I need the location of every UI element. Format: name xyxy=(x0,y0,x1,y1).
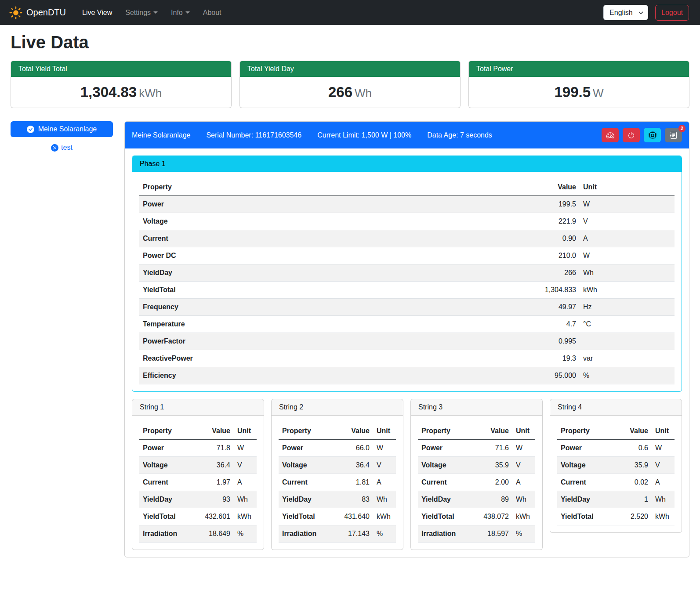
table-row: Current 0.90 A xyxy=(139,230,675,247)
power-button[interactable] xyxy=(623,128,640,142)
unit-cell: kWh xyxy=(373,508,396,525)
property-cell: YieldDay xyxy=(418,491,478,508)
nav-links: Live View Settings Info About xyxy=(76,5,228,20)
unit-cell: % xyxy=(373,525,396,543)
inverter-select-label: Meine Solaranlage xyxy=(38,125,97,133)
unit-cell: W xyxy=(234,440,257,457)
table-row: Current 1.81 A xyxy=(279,474,396,491)
column-header-value: Value xyxy=(339,423,373,440)
string-card-title: String 2 xyxy=(272,399,403,416)
summary-card-title: Total Yield Day xyxy=(240,61,460,77)
nav-item-about[interactable]: About xyxy=(196,5,228,20)
table-row: Power 71.6 W xyxy=(418,440,535,457)
column-header-value: Value xyxy=(617,423,652,440)
language-select-wrap: English xyxy=(603,5,648,20)
table-row: Efficiency 95.000 % xyxy=(139,367,675,384)
table-row: YieldDay 93 Wh xyxy=(139,491,257,508)
property-cell: Temperature xyxy=(139,316,522,333)
summary-value: 199.5 xyxy=(554,84,591,100)
sidebar-item-test[interactable]: test xyxy=(11,144,113,152)
value-cell: 0.02 xyxy=(617,474,652,491)
inverter-select-button[interactable]: Meine Solaranlage xyxy=(11,121,113,137)
table-row: YieldDay 1 Wh xyxy=(557,491,675,508)
unit-cell: A xyxy=(373,474,396,491)
property-cell: YieldDay xyxy=(557,491,617,508)
phase-table: Property Value Unit Power 199.5 xyxy=(139,179,675,384)
unit-cell: V xyxy=(512,457,535,474)
table-row: Current 2.00 A xyxy=(418,474,535,491)
property-cell: Voltage xyxy=(139,213,522,230)
property-cell: Efficiency xyxy=(139,367,522,384)
unit-cell: kWh xyxy=(652,508,675,525)
event-log-button[interactable]: 2 xyxy=(665,128,682,142)
check-circle-icon xyxy=(27,126,34,133)
inverter-card-header: Meine Solaranlage Serial Number: 1161716… xyxy=(125,122,689,148)
language-select[interactable]: English xyxy=(603,5,648,20)
table-row: Irradiation 17.143 % xyxy=(279,525,396,543)
page-title: Live Data xyxy=(11,33,689,52)
journal-text-icon xyxy=(670,132,677,139)
unit-cell: Wh xyxy=(234,491,257,508)
unit-cell: V xyxy=(234,457,257,474)
string-card-title: String 4 xyxy=(550,399,682,416)
chevron-down-icon xyxy=(153,11,158,14)
table-row: Frequency 49.97 Hz xyxy=(139,299,675,316)
unit-cell: W xyxy=(580,196,675,213)
inverter-name: Meine Solaranlage xyxy=(132,131,190,139)
table-row: Voltage 36.4 V xyxy=(139,457,257,474)
phase-card-title: Phase 1 xyxy=(132,156,682,172)
nav-item-settings[interactable]: Settings xyxy=(119,5,164,20)
table-header-row: Property Value Unit xyxy=(557,423,675,440)
table-row: YieldDay 83 Wh xyxy=(279,491,396,508)
inverter-card: Meine Solaranlage Serial Number: 1161716… xyxy=(124,121,689,557)
strings-row: String 1 Property Value Unit xyxy=(132,399,682,550)
unit-cell: A xyxy=(580,230,675,247)
inverter-serial: Serial Number: 116171603546 xyxy=(206,131,301,139)
device-info-button[interactable] xyxy=(644,128,661,142)
unit-cell: var xyxy=(580,350,675,367)
value-cell: 1,304.833 xyxy=(522,282,580,299)
nav-item-live-view[interactable]: Live View xyxy=(76,5,119,20)
unit-cell: V xyxy=(652,457,675,474)
unit-cell: % xyxy=(512,525,535,543)
value-cell: 71.8 xyxy=(199,440,234,457)
value-cell: 432.601 xyxy=(199,508,234,525)
string-card-body: Property Value Unit Power 71.6 xyxy=(411,416,542,550)
string-card-3: String 3 Property Value Unit xyxy=(410,399,543,550)
brand[interactable]: OpenDTU xyxy=(6,6,69,19)
limit-settings-button[interactable] xyxy=(602,128,619,142)
string-card-1: String 1 Property Value Unit xyxy=(132,399,264,550)
string-card-body: Property Value Unit Power 66.0 xyxy=(272,416,403,550)
column-header-unit: Unit xyxy=(373,423,396,440)
summary-card: Total Yield Day 266Wh xyxy=(239,61,461,108)
property-cell: Frequency xyxy=(139,299,522,316)
table-row: YieldDay 89 Wh xyxy=(418,491,535,508)
table-row: Irradiation 18.597 % xyxy=(418,525,535,543)
unit-cell: Hz xyxy=(580,299,675,316)
table-header-row: Property Value Unit xyxy=(418,423,535,440)
logout-button[interactable]: Logout xyxy=(655,5,689,21)
summary-unit: Wh xyxy=(355,87,372,100)
property-cell: Voltage xyxy=(418,457,478,474)
string-table: Property Value Unit Power 66.0 xyxy=(279,423,396,543)
table-row: Voltage 35.9 V xyxy=(418,457,535,474)
value-cell: 0.90 xyxy=(522,230,580,247)
speedometer-icon xyxy=(606,131,614,139)
unit-cell: Wh xyxy=(652,491,675,508)
property-cell: Irradiation xyxy=(279,525,339,543)
table-header-row: Property Value Unit xyxy=(139,423,257,440)
value-cell: 93 xyxy=(199,491,234,508)
unit-cell: A xyxy=(512,474,535,491)
table-row: PowerFactor 0.995 xyxy=(139,333,675,350)
nav-item-info[interactable]: Info xyxy=(164,5,196,20)
property-cell: Power xyxy=(139,196,522,213)
table-row: Irradiation 18.649 % xyxy=(139,525,257,543)
unit-cell: V xyxy=(580,213,675,230)
unit-cell: W xyxy=(373,440,396,457)
column-header-value: Value xyxy=(478,423,512,440)
table-row: Current 0.02 A xyxy=(557,474,675,491)
table-row: YieldTotal 1,304.833 kWh xyxy=(139,282,675,299)
column-header-value: Value xyxy=(199,423,234,440)
table-row: Voltage 221.9 V xyxy=(139,213,675,230)
column-header-property: Property xyxy=(557,423,617,440)
